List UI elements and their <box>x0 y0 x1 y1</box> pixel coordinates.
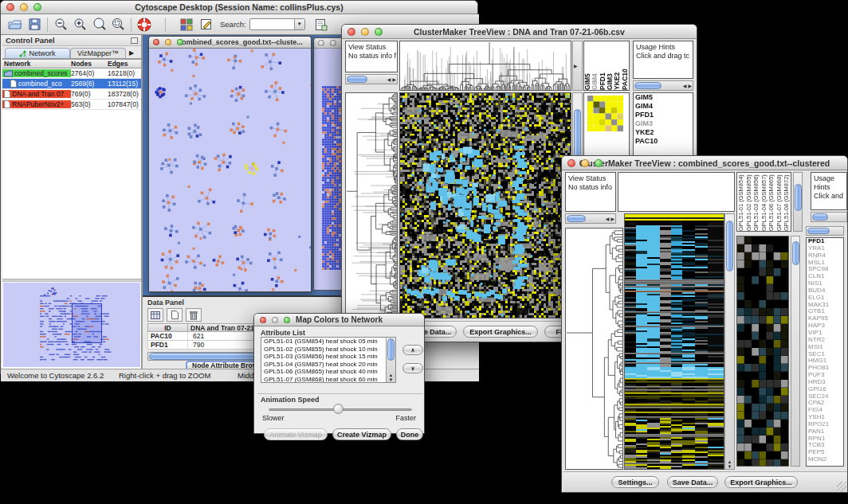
minimize-icon[interactable] <box>165 39 171 45</box>
scroll-left-icon[interactable]: ◀ <box>682 84 688 88</box>
attribute-item[interactable]: GPL51-06 (GSM865) heat shock 40 min <box>261 368 387 376</box>
zoom-window-icon[interactable] <box>33 3 41 11</box>
attribute-item[interactable]: GPL51-04 (GSM857) heat shock 20 min <box>261 361 387 369</box>
scrollbar-thumb[interactable] <box>792 241 799 265</box>
heatmap-canvas[interactable] <box>625 214 724 469</box>
zoom-window-icon[interactable] <box>595 159 603 167</box>
column-label[interactable]: YKE2 <box>614 41 621 90</box>
treeview1-titlebar[interactable]: ClusterMaker TreeView : DNA and Tran 07-… <box>342 25 697 39</box>
table-col-id[interactable]: ID <box>148 324 188 331</box>
row-dendrogram-canvas[interactable] <box>566 229 622 469</box>
gene-label[interactable]: PFD1 <box>634 111 693 119</box>
gene-label[interactable]: MON2 <box>807 456 843 463</box>
zoom-window-icon[interactable] <box>375 28 383 36</box>
gene-label[interactable]: PAC10 <box>634 137 693 146</box>
scroll-left-icon[interactable]: ◀ <box>387 77 392 82</box>
column-label[interactable]: GIM3 <box>607 41 614 90</box>
birdseye-view[interactable] <box>3 283 140 367</box>
row-dendrogram-canvas[interactable] <box>346 93 397 318</box>
close-icon[interactable] <box>153 39 159 45</box>
close-icon[interactable] <box>260 317 266 323</box>
heatmap-panel[interactable] <box>399 92 571 318</box>
done-button[interactable]: Done <box>396 428 423 440</box>
attribute-list[interactable]: GPL51-01 (GSM854) heat shock 05 minGPL51… <box>261 337 396 383</box>
column-label[interactable]: GIM5 <box>584 41 591 90</box>
labels-vscrollbar[interactable] <box>793 172 803 232</box>
close-icon[interactable] <box>318 40 324 46</box>
window-controls[interactable] <box>347 28 383 36</box>
scroll-right-icon[interactable]: ▶ <box>610 217 615 221</box>
scroll-left-icon[interactable]: ◀ <box>605 217 610 221</box>
zoom-in-icon[interactable] <box>70 16 89 33</box>
close-icon[interactable] <box>6 3 14 11</box>
export-graphics-button[interactable]: Export Graphics... <box>724 476 798 488</box>
search-input[interactable]: ▼ <box>249 18 305 30</box>
vizmapper-icon[interactable] <box>177 16 196 33</box>
column-label[interactable]: PFD1 <box>599 41 607 90</box>
tab-overflow-icon[interactable]: ▶ <box>129 49 134 58</box>
view-status-hscrollbar[interactable]: ◀ ▶ <box>345 74 398 84</box>
select-attributes-button[interactable] <box>147 308 163 322</box>
column-dendrogram-canvas[interactable] <box>400 41 571 90</box>
column-dendrogram-panel[interactable] <box>618 172 735 212</box>
heatmap-panel[interactable] <box>624 213 724 470</box>
col-header-nodes[interactable]: Nodes <box>71 60 108 68</box>
gene-label[interactable]: GIM3 <box>634 119 693 128</box>
scroll-down-icon[interactable]: ▼ <box>727 464 733 469</box>
attribute-item[interactable]: GPL51-07 (GSM868) heat shock 60 min <box>261 376 387 383</box>
column-label[interactable]: GIM4 <box>591 41 599 90</box>
zoom-out-icon[interactable] <box>51 16 70 33</box>
export-graphics-button[interactable]: Export Graphics... <box>463 326 538 338</box>
network-row[interactable]: DNA and Tran 07 769(0) 183728(0) <box>2 89 141 100</box>
scrollbar-thumb[interactable] <box>387 338 395 361</box>
column-label[interactable]: GPL51-01 (GSM854) <box>737 173 745 231</box>
zoom-matrix-canvas[interactable] <box>587 96 623 131</box>
settings-button[interactable]: Settings... <box>611 476 659 488</box>
scroll-right-icon[interactable]: ▶ <box>391 77 397 82</box>
resize-grip[interactable] <box>837 482 846 491</box>
view-status-hscrollbar[interactable]: ◀ ▶ <box>565 213 616 224</box>
row-dendrogram-panel[interactable] <box>565 228 623 470</box>
import-table-icon[interactable] <box>312 16 331 33</box>
float-panel-icon[interactable] <box>131 37 138 44</box>
save-data-button[interactable]: Save Data... <box>667 476 718 488</box>
heatmap-canvas[interactable] <box>400 93 571 318</box>
scrollbar-thumb[interactable] <box>347 76 367 83</box>
move-up-button[interactable]: ∧ <box>402 345 423 355</box>
search-dropdown-icon[interactable]: ▼ <box>294 19 304 29</box>
window-controls[interactable] <box>567 159 603 167</box>
zoom-heatmap-panel[interactable] <box>736 236 789 467</box>
scroll-down-icon[interactable]: ▼ <box>388 377 395 382</box>
tab-vizmapper[interactable]: VizMapper™ <box>70 48 126 58</box>
minimize-icon[interactable] <box>272 317 278 323</box>
list-vscrollbar[interactable]: ▲ ▼ <box>386 338 395 382</box>
zoom-window-icon[interactable] <box>177 39 183 45</box>
minimize-icon[interactable] <box>330 40 336 46</box>
window-controls[interactable] <box>153 39 183 45</box>
scrollbar-thumb[interactable] <box>567 215 586 222</box>
col-header-network[interactable]: Network <box>2 60 71 68</box>
treeview2-titlebar[interactable]: ClusterMaker TreeView : combined_scores_… <box>562 156 847 170</box>
network-row-selected[interactable]: combined_sco 2569(6) 13112(15) <box>2 79 141 89</box>
network-view-window[interactable]: combined_scores_good.txt--cluste... <box>148 36 312 292</box>
create-vizmap-button[interactable]: Create Vizmap <box>332 428 391 440</box>
col-header-edges[interactable]: Edges <box>108 60 141 68</box>
open-session-button[interactable] <box>6 16 25 33</box>
scrollbar-thumb[interactable] <box>795 184 802 211</box>
network-canvas[interactable] <box>149 49 311 291</box>
column-label[interactable]: GPL51-06 (GSM865) <box>768 173 775 231</box>
help-lifering-icon[interactable] <box>135 16 154 33</box>
attribute-item[interactable]: GPL51-03 (GSM856) heat shock 15 min <box>261 353 387 361</box>
zoom-heatmap-canvas[interactable] <box>737 236 788 466</box>
delete-attribute-icon[interactable] <box>186 308 202 322</box>
minimize-icon[interactable] <box>20 3 28 11</box>
network-row[interactable]: combined_scores 2764(0) 16218(0) <box>2 68 141 79</box>
zoom-vscrollbar[interactable] <box>791 236 800 467</box>
dialog-titlebar[interactable]: Map Colors to Network <box>254 314 424 326</box>
scroll-right-icon[interactable]: ▶ <box>687 84 693 88</box>
column-label[interactable]: GPL51-03 (GSM856) <box>752 173 760 231</box>
network-row[interactable]: RNAPuberNov2+ 563(0) 107847(0) <box>2 100 141 110</box>
network-window-titlebar[interactable]: combined_scores_good.txt--cluste... <box>149 37 311 49</box>
attribute-item[interactable]: GPL51-02 (GSM855) heat shock 10 min <box>261 346 387 354</box>
window-controls[interactable] <box>260 317 290 323</box>
